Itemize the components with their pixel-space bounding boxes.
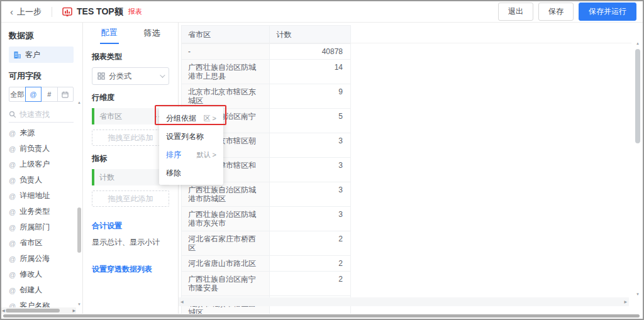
scroll-left-icon[interactable]: ◀ — [2, 308, 5, 312]
count-cell: 3 — [270, 158, 351, 182]
datasource-item-customer[interactable]: 客户 — [9, 47, 74, 63]
report-type-label: 报表类型 — [92, 52, 169, 62]
field-item[interactable]: @业务类型 — [9, 204, 74, 219]
tab-config[interactable]: 配置 — [100, 23, 119, 44]
field-label: 所属公海 — [19, 253, 50, 264]
field-item[interactable]: @详细地址 — [9, 188, 74, 204]
scroll-right-icon[interactable]: ▶ — [624, 299, 627, 304]
field-label: 所属部门 — [19, 222, 50, 233]
scroll-down-icon[interactable]: ▼ — [76, 302, 82, 306]
dimension-context-menu: 分组依据区 >设置列名称排序默认 >移除 — [159, 107, 223, 185]
back-button[interactable]: ‹ 上一步 — [10, 6, 42, 18]
filter-number[interactable]: # — [41, 87, 58, 102]
at-icon: @ — [9, 177, 16, 184]
fields-heading: 可用字段 — [9, 70, 74, 82]
menu-item-label: 设置列名称 — [166, 131, 204, 142]
menu-item[interactable]: 设置列名称 — [159, 128, 223, 146]
report-type-value: 分类式 — [109, 71, 156, 82]
drill-through-link[interactable]: 设置穿透数据列表 — [92, 264, 169, 275]
column-header-count[interactable]: 计数 — [270, 26, 351, 44]
at-icon: @ — [9, 287, 16, 294]
row-dimension-item[interactable]: 省市区 ··· — [92, 108, 169, 124]
menu-item-label: 分组依据 — [166, 113, 196, 124]
save-button[interactable]: 保存 — [538, 3, 574, 21]
field-label: 负责人 — [19, 175, 42, 185]
field-item[interactable]: @所属公海 — [9, 251, 74, 267]
region-cell: 广西壮族自治区防城港市上思县 — [182, 60, 270, 84]
scroll-down-icon[interactable]: ▼ — [634, 292, 641, 296]
divider — [181, 43, 631, 43]
exit-button[interactable]: 退出 — [498, 3, 533, 21]
count-cell: 9 — [270, 84, 351, 109]
scroll-up-icon[interactable]: ▲ — [634, 41, 641, 45]
filter-date[interactable] — [57, 87, 74, 102]
scrollbar-thumb[interactable] — [77, 207, 81, 253]
filter-text[interactable]: @ — [25, 87, 42, 102]
count-cell: 40878 — [270, 44, 351, 60]
back-label: 上一步 — [17, 6, 42, 18]
table-horizontal-scrollbar[interactable]: ◀ ▶ — [179, 297, 629, 306]
dimension-dropzone[interactable]: 拖拽至此添加 — [92, 130, 169, 146]
at-icon: @ — [9, 192, 16, 200]
metric-dropzone[interactable]: 拖拽至此添加 — [92, 190, 169, 207]
metric-item[interactable]: 计数 — [92, 169, 169, 185]
region-cell: 河北省石家庄市桥西区 — [182, 231, 270, 256]
field-label: 省市区 — [19, 238, 42, 248]
report-type-select[interactable]: 分类式 — [92, 67, 169, 85]
filter-all[interactable]: 全部 — [9, 87, 26, 102]
menu-item[interactable]: 分组依据区 > — [159, 109, 223, 128]
save-and-run-button[interactable]: 保存并运行 — [579, 3, 636, 21]
menu-item-label: 排序 — [166, 150, 181, 160]
field-item[interactable]: @负责人 — [9, 172, 74, 188]
count-cell: 14 — [270, 60, 351, 84]
region-cell: 北京市北京市辖区东城区 — [182, 84, 270, 109]
field-item[interactable]: @上级客户 — [9, 157, 74, 172]
region-cell: 广西壮族自治区防城港市东兴市 — [182, 207, 270, 231]
top-bar: ‹ 上一步 TES TOP额 报表 退出 保存 保存并运行 — [1, 1, 643, 23]
page-title: TES TOP额 — [77, 6, 123, 18]
menu-item[interactable]: 排序默认 > — [159, 146, 223, 164]
field-item[interactable]: @修改人 — [9, 267, 74, 282]
scrollbar-thumb[interactable] — [6, 309, 60, 312]
field-item[interactable]: @创建人 — [9, 282, 74, 298]
field-item[interactable]: @省市区 — [9, 235, 74, 251]
at-icon: @ — [9, 271, 16, 279]
table-row: 广西壮族自治区防城港市上思县14 — [182, 60, 351, 84]
region-cell: 河北省唐山市路北区 — [182, 256, 270, 272]
count-cell: 5 — [270, 109, 351, 133]
field-item[interactable]: @前负责人 — [9, 141, 74, 157]
scrollbar-thumb[interactable] — [3, 314, 640, 317]
datasource-sidebar: 数据源 客户 可用字段 全部 @ # — [1, 23, 83, 314]
scroll-left-icon[interactable]: ◀ — [180, 299, 184, 304]
search-input[interactable] — [19, 110, 69, 119]
scroll-right-icon[interactable]: ▶ — [72, 308, 75, 312]
report-builder-window: ‹ 上一步 TES TOP额 报表 退出 保存 保存并运行 — [0, 0, 644, 320]
field-item[interactable]: @所属部门 — [9, 219, 74, 235]
field-label: 前负责人 — [19, 143, 50, 154]
building-icon — [13, 51, 21, 59]
scrollbar-thumb[interactable] — [635, 49, 640, 143]
at-icon: @ — [9, 130, 16, 137]
chevron-down-icon — [160, 72, 165, 77]
field-item[interactable]: @来源 — [9, 125, 74, 141]
sidebar-horizontal-scrollbar[interactable]: ◀ ▶ — [1, 307, 76, 314]
sidebar-vertical-scrollbar[interactable]: ▲ ▼ — [76, 101, 82, 306]
total-settings-link[interactable]: 合计设置 — [92, 221, 169, 231]
count-cell: 3 — [270, 182, 351, 207]
count-cell: 3 — [270, 133, 351, 158]
count-cell: 2 — [270, 272, 351, 296]
column-header-region[interactable]: 省市区 — [182, 26, 270, 44]
page-horizontal-scrollbar[interactable] — [1, 314, 643, 319]
scroll-up-icon[interactable]: ▲ — [76, 101, 82, 104]
region-cell: 广西壮族自治区防城港市防城区 — [182, 182, 270, 207]
table-row: 广西壮族自治区防城港市防城区3 — [182, 182, 351, 207]
tab-filter[interactable]: 筛选 — [143, 23, 162, 43]
field-search[interactable] — [9, 108, 74, 123]
table-vertical-scrollbar[interactable]: ▲ ▼ — [634, 41, 641, 296]
calendar-icon — [62, 91, 69, 98]
menu-item[interactable]: 移除 — [159, 164, 223, 182]
field-label: 修改人 — [19, 269, 42, 280]
at-icon: @ — [9, 224, 16, 231]
total-settings-desc: 显示总计、显示小计 — [92, 237, 169, 248]
count-cell: 2 — [270, 256, 351, 272]
